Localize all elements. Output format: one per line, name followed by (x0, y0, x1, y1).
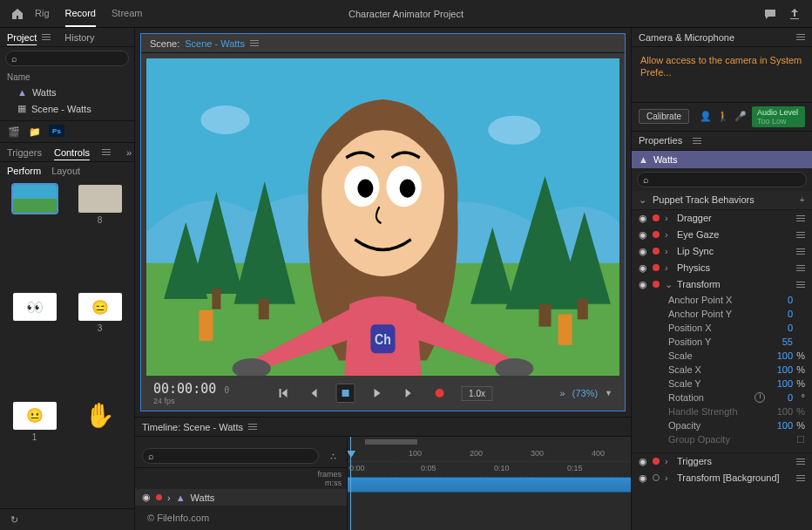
control-thumb[interactable]: 👀 (5, 293, 64, 394)
row-menu-icon[interactable] (796, 282, 805, 288)
panel-menu-icon[interactable] (42, 34, 51, 40)
project-tab[interactable]: Project (7, 32, 37, 43)
timeline-menu-icon[interactable] (248, 424, 257, 430)
row-menu-icon[interactable] (796, 475, 805, 481)
control-thumb[interactable]: 😐1 (5, 402, 64, 503)
behavior-lipsync[interactable]: Lip Sync (632, 243, 812, 260)
share-icon[interactable] (788, 7, 802, 21)
arm-icon[interactable] (653, 214, 660, 221)
visibility-icon[interactable] (639, 229, 647, 241)
row-menu-icon[interactable] (796, 265, 805, 271)
properties-search-input[interactable] (653, 174, 801, 185)
arm-icon[interactable] (653, 458, 660, 465)
visibility-icon[interactable] (639, 279, 647, 290)
timeline-track-header[interactable]: ▲ Watts (135, 489, 347, 506)
chevron-right-icon[interactable] (665, 262, 672, 273)
arm-icon[interactable] (653, 248, 660, 255)
stop-button[interactable] (335, 384, 355, 403)
go-start-button[interactable] (273, 384, 292, 403)
tab-rig[interactable]: Rig (35, 1, 50, 27)
visibility-icon[interactable] (639, 456, 647, 467)
behavior-triggers[interactable]: Triggers (632, 452, 812, 470)
project-search-input[interactable] (21, 53, 141, 64)
arm-icon[interactable] (653, 231, 660, 238)
control-thumb[interactable] (5, 185, 64, 286)
home-icon[interactable] (10, 7, 24, 21)
history-tab[interactable]: History (64, 32, 94, 43)
webcam-icon[interactable]: 👤 (700, 110, 712, 124)
visibility-icon[interactable] (639, 246, 647, 257)
row-menu-icon[interactable] (796, 215, 805, 221)
expand-icon[interactable]: » (560, 388, 565, 398)
tab-perform[interactable]: Perform (7, 166, 41, 176)
chat-icon[interactable] (763, 7, 777, 21)
chevron-right-icon[interactable] (665, 472, 672, 483)
prop-pos-x[interactable]: Position X0 (632, 321, 812, 335)
control-thumb[interactable]: 8 (71, 185, 129, 286)
arm-icon[interactable] (653, 281, 660, 288)
photoshop-icon[interactable]: Ps (49, 125, 64, 137)
puppet-behaviors-section[interactable]: Puppet Track Behaviors + (632, 191, 812, 210)
tab-record[interactable]: Record (65, 1, 96, 27)
clapper-icon[interactable]: 🎬 (7, 125, 21, 139)
row-menu-icon[interactable] (796, 248, 805, 255)
walk-icon[interactable]: 🚶 (717, 110, 729, 124)
panel-menu-icon[interactable] (693, 138, 701, 144)
prop-anchor-x[interactable]: Anchor Point X0 (632, 293, 812, 307)
tab-stream[interactable]: Stream (112, 1, 142, 27)
scene-name[interactable]: Scene - Watts (185, 38, 245, 49)
arm-icon[interactable] (653, 474, 660, 481)
behavior-transform[interactable]: Transform (632, 276, 812, 293)
playhead[interactable] (350, 437, 351, 530)
visibility-icon[interactable] (639, 213, 647, 224)
arm-record-icon[interactable] (156, 494, 162, 500)
stage[interactable]: Ch (146, 58, 619, 376)
behavior-eyegaze[interactable]: Eye Gaze (632, 227, 812, 243)
project-item-watts[interactable]: ▲ Watts (0, 85, 134, 100)
behavior-physics[interactable]: Physics (632, 260, 812, 276)
project-search[interactable]: ⌕ (5, 51, 129, 66)
expand-track-icon[interactable] (167, 493, 171, 503)
control-thumb[interactable]: 😑3 (71, 293, 129, 394)
fit-percent[interactable]: (73%) (572, 388, 598, 398)
chevron-right-icon[interactable] (665, 246, 672, 256)
prop-opacity[interactable]: Opacity100% (632, 418, 812, 432)
timeline-search[interactable]: ⌕ (142, 448, 319, 464)
timeline-clip[interactable] (348, 477, 631, 493)
arm-icon[interactable] (653, 264, 660, 271)
calibrate-button[interactable]: Calibrate (639, 109, 689, 124)
visibility-icon[interactable] (639, 472, 647, 484)
step-fwd-button[interactable] (398, 384, 417, 403)
behavior-transform-bg[interactable]: Transform [Background] (632, 470, 812, 486)
tab-triggers[interactable]: Triggers (7, 147, 42, 158)
puppet-name-header[interactable]: ▲ Watts (632, 151, 812, 168)
prop-scale-x[interactable]: Scale X100% (632, 363, 812, 377)
fit-dropdown-icon[interactable]: ▼ (605, 389, 612, 398)
chevron-right-icon[interactable]: » (126, 147, 132, 158)
chevron-right-icon[interactable] (665, 213, 672, 223)
play-button[interactable] (367, 384, 386, 403)
prop-pos-y[interactable]: Position Y55 (632, 335, 812, 349)
timeline-tracks[interactable]: 0 100 200 300 400 500 600 0:00 0:05 0:10 (348, 437, 631, 530)
row-menu-icon[interactable] (796, 232, 805, 238)
record-button[interactable] (430, 384, 449, 403)
stopwatch-icon[interactable] (754, 392, 765, 403)
folder-icon[interactable]: 📁 (28, 125, 42, 139)
mic-icon[interactable]: 🎤 (734, 110, 747, 124)
prop-rotation[interactable]: Rotation0° (632, 391, 812, 404)
panel-menu-icon[interactable] (796, 34, 805, 40)
timeline-filter-icon[interactable]: ⛬ (326, 449, 340, 463)
zoom-level[interactable]: 1.0x (461, 386, 493, 401)
visibility-icon[interactable] (639, 262, 647, 274)
panel-menu-icon[interactable] (102, 149, 111, 155)
chevron-right-icon[interactable] (665, 456, 672, 466)
project-item-scene[interactable]: ▦ Scene - Watts (0, 100, 134, 117)
properties-search[interactable]: ⌕ (637, 172, 807, 187)
tab-controls[interactable]: Controls (54, 147, 90, 158)
behavior-dragger[interactable]: Dragger (632, 210, 812, 227)
prop-anchor-y[interactable]: Anchor Point Y0 (632, 307, 812, 321)
timeline-ruler[interactable]: 0 100 200 300 400 500 600 0:00 0:05 0:10 (348, 447, 631, 477)
control-thumb[interactable]: ✋ (71, 402, 129, 503)
timeline-search-input[interactable] (158, 451, 313, 461)
visibility-icon[interactable] (142, 492, 151, 503)
